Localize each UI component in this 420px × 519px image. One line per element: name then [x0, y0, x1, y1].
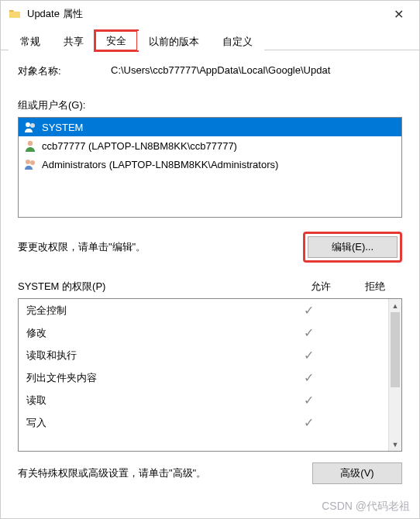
properties-dialog: Update 属性 ✕ 常规 共享 安全 以前的版本 自定义 对象名称: C:\…: [0, 0, 420, 519]
list-item[interactable]: ccb77777 (LAPTOP-LN8BM8KK\ccb77777): [19, 136, 401, 155]
edit-button[interactable]: 编辑(E)...: [308, 236, 398, 258]
users-icon: [23, 120, 37, 134]
permissions-title: SYSTEM 的权限(P): [18, 280, 294, 294]
check-icon: ✓: [284, 303, 332, 318]
object-path-row: 对象名称: C:\Users\ccb77777\AppData\Local\Go…: [18, 64, 402, 78]
permission-row: 读取✓: [19, 389, 388, 411]
object-path-value: C:\Users\ccb77777\AppData\Local\Google\U…: [111, 64, 402, 78]
permission-row: 列出文件夹内容✓: [19, 366, 388, 389]
permissions-header: SYSTEM 的权限(P) 允许 拒绝: [18, 280, 402, 294]
users-icon: [23, 157, 37, 171]
list-item-label: Administrators (LAPTOP-LN8BM8KK\Administ…: [42, 159, 278, 170]
permission-row: 读取和执行✓: [19, 344, 388, 366]
list-item-label: ccb77777 (LAPTOP-LN8BM8KK\ccb77777): [42, 140, 237, 152]
scrollbar[interactable]: ▲ ▼: [388, 299, 401, 451]
list-item[interactable]: Administrators (LAPTOP-LN8BM8KK\Administ…: [19, 155, 401, 174]
check-icon: ✓: [284, 415, 332, 430]
permissions-col-allow: 允许: [294, 280, 348, 294]
check-icon: ✓: [284, 393, 332, 407]
edit-row: 要更改权限，请单击"编辑"。 编辑(E)...: [18, 232, 402, 263]
tab-general[interactable]: 常规: [9, 31, 52, 50]
svg-point-0: [26, 122, 30, 127]
close-icon: ✕: [394, 7, 404, 22]
security-panel: 对象名称: C:\Users\ccb77777\AppData\Local\Go…: [1, 50, 419, 498]
list-item-label: SYSTEM: [42, 122, 83, 133]
advanced-hint: 有关特殊权限或高级设置，请单击"高级"。: [18, 466, 312, 480]
tab-previous-versions[interactable]: 以前的版本: [137, 31, 211, 50]
object-path-label: 对象名称:: [18, 64, 111, 78]
svg-point-4: [30, 160, 35, 165]
close-button[interactable]: ✕: [380, 2, 416, 26]
permissions-inner: 完全控制✓ 修改✓ 读取和执行✓ 列出文件夹内容✓ 读取✓ 写入✓: [19, 299, 388, 451]
tabs: 常规 共享 安全 以前的版本 自定义: [1, 27, 419, 50]
advanced-button[interactable]: 高级(V): [312, 462, 402, 484]
edit-hint: 要更改权限，请单击"编辑"。: [18, 240, 303, 254]
scroll-thumb[interactable]: [391, 312, 400, 387]
list-item[interactable]: SYSTEM: [19, 118, 401, 136]
watermark: CSDN @代码老祖: [322, 500, 410, 514]
tab-security[interactable]: 安全: [95, 31, 137, 50]
svg-point-3: [26, 160, 30, 164]
scroll-track[interactable]: [389, 312, 401, 438]
folder-icon: [9, 8, 21, 20]
permission-row: 写入✓: [19, 411, 388, 434]
check-icon: ✓: [284, 348, 332, 363]
tab-sharing[interactable]: 共享: [52, 31, 95, 50]
permissions-col-deny: 拒绝: [348, 280, 402, 294]
permission-row: 修改✓: [19, 321, 388, 344]
scroll-down-icon[interactable]: ▼: [389, 438, 401, 451]
permissions-list: 完全控制✓ 修改✓ 读取和执行✓ 列出文件夹内容✓ 读取✓ 写入✓ ▲ ▼: [18, 298, 402, 452]
user-icon: [23, 139, 37, 153]
window-title: Update 属性: [27, 7, 380, 21]
svg-point-1: [30, 123, 35, 128]
groups-label: 组或用户名(G):: [18, 98, 402, 112]
check-icon: ✓: [284, 370, 332, 385]
tab-customize[interactable]: 自定义: [211, 31, 264, 50]
permission-row: 完全控制✓: [19, 299, 388, 321]
svg-point-2: [28, 141, 33, 146]
check-icon: ✓: [284, 325, 332, 340]
edit-highlight: 编辑(E)...: [303, 232, 402, 263]
scroll-up-icon[interactable]: ▲: [389, 299, 401, 312]
titlebar: Update 属性 ✕: [1, 1, 419, 27]
groups-list[interactable]: SYSTEM ccb77777 (LAPTOP-LN8BM8KK\ccb7777…: [18, 117, 402, 218]
advanced-row: 有关特殊权限或高级设置，请单击"高级"。 高级(V): [18, 462, 402, 484]
